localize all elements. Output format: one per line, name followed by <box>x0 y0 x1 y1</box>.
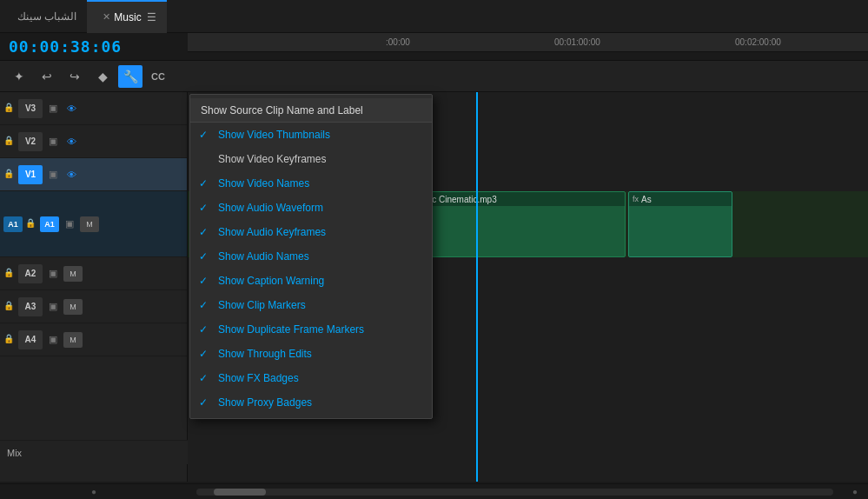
playhead[interactable] <box>476 92 478 482</box>
track-a1-m-btn[interactable]: M <box>80 216 99 232</box>
ruler-mark-2: 00:02:00:00 <box>735 37 781 47</box>
lock-a2-icon[interactable]: 🔒 <box>3 268 16 280</box>
track-a4-label: A4 <box>18 330 43 349</box>
timeline-ruler: :00:00 00:01:00:00 00:02:00:00 00:03 <box>188 33 868 52</box>
track-a1-cam-icon: ▣ <box>62 216 77 232</box>
mix-label: Mix <box>0 440 188 464</box>
menu-item-video-keyframes[interactable]: Show Video Keyframes <box>190 147 432 171</box>
track-v3-label: V3 <box>18 99 43 118</box>
track-a2-label: A2 <box>18 264 43 283</box>
menu-caption-warning-label: Show Caption Warning <box>218 275 324 287</box>
track-v3-eye-icon[interactable]: 👁 <box>63 101 79 116</box>
track-a4-cam-icon: ▣ <box>45 332 61 348</box>
menu-audio-waveform-label: Show Audio Waveform <box>218 202 323 214</box>
track-a1-left-label: A1 <box>3 216 23 232</box>
track-a2-cam-icon: ▣ <box>45 266 61 282</box>
check-audio-waveform: ✓ <box>199 202 208 214</box>
menu-fx-badges-label: Show FX Badges <box>218 372 299 384</box>
track-a3-m-btn[interactable]: M <box>63 299 83 315</box>
tab-bar: الشباب سينك ✕ Music ☰ <box>0 0 868 33</box>
lock-v3-icon[interactable]: 🔒 <box>3 103 16 115</box>
tab-menu-icon[interactable]: ☰ <box>147 11 156 23</box>
track-a2-m-btn[interactable]: M <box>63 266 83 282</box>
scrollbar[interactable]: ● ● <box>0 483 868 499</box>
check-video-names: ✓ <box>199 177 208 190</box>
track-a3: 🔒 A3 ▣ M <box>0 290 187 323</box>
scroll-thumb[interactable] <box>214 489 266 496</box>
track-a4: 🔒 A4 ▣ M <box>0 323 187 356</box>
track-v2-label: V2 <box>18 132 43 151</box>
lock-v1-icon[interactable]: 🔒 <box>3 169 16 181</box>
track-v1-label: V1 <box>18 165 43 184</box>
mix-text: Mix <box>7 448 22 458</box>
lock-v2-icon[interactable]: 🔒 <box>3 136 16 148</box>
clip-right-header: fx As <box>629 192 732 206</box>
lock-a4-icon[interactable]: 🔒 <box>3 334 16 346</box>
menu-duplicate-frame-label: Show Duplicate Frame Markers <box>218 323 364 336</box>
menu-video-thumbnails-label: Show Video Thumbnails <box>218 129 330 141</box>
menu-item-audio-waveform[interactable]: ✓ Show Audio Waveform <box>190 196 432 220</box>
dropdown-menu: Show Source Clip Name and Label ✓ Show V… <box>189 94 433 419</box>
track-a2: 🔒 A2 ▣ M <box>0 257 187 290</box>
menu-item-clip-markers[interactable]: ✓ Show Clip Markers <box>190 293 432 317</box>
track-v2: 🔒 V2 ▣ 👁 <box>0 125 187 158</box>
menu-header-label: Show Source Clip Name and Label <box>201 104 363 116</box>
track-v3: 🔒 V3 ▣ 👁 <box>0 92 187 125</box>
tab-arabic[interactable]: الشباب سينك <box>7 0 87 33</box>
menu-item-audio-keyframes[interactable]: ✓ Show Audio Keyframes <box>190 220 432 244</box>
track-v3-camera-icon: ▣ <box>45 101 61 116</box>
track-a1: A1 🔒 A1 ▣ M <box>0 191 187 257</box>
check-caption-warning: ✓ <box>199 275 208 287</box>
lock-a1-icon[interactable]: 🔒 <box>25 218 37 230</box>
menu-item-through-edits[interactable]: ✓ Show Through Edits <box>190 342 432 366</box>
track-headers: 🔒 V3 ▣ 👁 🔒 V2 ▣ 👁 🔒 V1 ▣ 👁 A1 🔒 A1 <box>0 92 188 482</box>
check-fx-badges: ✓ <box>199 372 208 384</box>
tab-music-label: Music <box>114 11 141 23</box>
track-v1: 🔒 V1 ▣ 👁 <box>0 158 187 191</box>
check-audio-keyframes: ✓ <box>199 226 208 238</box>
track-v2-eye-icon[interactable]: 👁 <box>63 134 79 150</box>
menu-video-keyframes-label: Show Video Keyframes <box>218 153 327 165</box>
track-v1-camera-icon: ▣ <box>45 167 61 183</box>
ruler-mark-0: :00:00 <box>386 37 410 47</box>
lock-a3-icon[interactable]: 🔒 <box>3 301 16 313</box>
menu-audio-names-label: Show Audio Names <box>218 250 309 263</box>
menu-item-video-names[interactable]: ✓ Show Video Names <box>190 171 432 196</box>
track-a3-label: A3 <box>18 297 43 316</box>
menu-clip-markers-label: Show Clip Markers <box>218 299 306 311</box>
clip-right-name: As <box>641 195 652 204</box>
tab-arabic-label: الشباب سينك <box>17 10 76 23</box>
check-video-thumbnails: ✓ <box>199 129 208 141</box>
menu-item-proxy-badges[interactable]: ✓ Show Proxy Badges <box>190 390 432 415</box>
check-clip-markers: ✓ <box>199 299 208 311</box>
track-a3-cam-icon: ▣ <box>45 299 61 315</box>
scroll-left-area: ● <box>0 487 188 496</box>
track-a1-label: A1 <box>40 216 59 232</box>
check-duplicate-frame: ✓ <box>199 323 208 336</box>
tab-close-icon[interactable]: ✕ <box>103 11 110 23</box>
menu-proxy-badges-label: Show Proxy Badges <box>218 396 312 409</box>
menu-item-caption-warning[interactable]: ✓ Show Caption Warning <box>190 269 432 293</box>
check-through-edits: ✓ <box>199 348 208 360</box>
menu-video-names-label: Show Video Names <box>218 177 309 190</box>
ruler-mark-1: 00:01:00:00 <box>554 37 600 47</box>
menu-item-header[interactable]: Show Source Clip Name and Label <box>190 98 432 123</box>
waveform-right <box>631 208 730 255</box>
menu-item-video-thumbnails[interactable]: ✓ Show Video Thumbnails <box>190 123 432 147</box>
menu-through-edits-label: Show Through Edits <box>218 348 312 360</box>
track-v2-camera-icon: ▣ <box>45 134 61 150</box>
track-v1-eye-icon[interactable]: 👁 <box>63 167 79 183</box>
tab-music[interactable]: ✕ Music ☰ <box>87 0 166 33</box>
scroll-track[interactable] <box>196 489 833 496</box>
check-audio-names: ✓ <box>199 250 208 263</box>
menu-audio-keyframes-label: Show Audio Keyframes <box>218 226 326 238</box>
menu-item-duplicate-frame[interactable]: ✓ Show Duplicate Frame Markers <box>190 317 432 342</box>
track-a4-m-btn[interactable]: M <box>63 332 83 348</box>
menu-item-fx-badges[interactable]: ✓ Show FX Badges <box>190 366 432 390</box>
check-proxy-badges: ✓ <box>199 396 208 409</box>
timeline-main: :00:00 00:01:00:00 00:02:00:00 00:03 🔒 V… <box>0 33 868 482</box>
menu-item-audio-names[interactable]: ✓ Show Audio Names <box>190 244 432 269</box>
clip-right[interactable]: fx As <box>628 191 732 257</box>
scroll-right-area: ● <box>842 487 868 496</box>
